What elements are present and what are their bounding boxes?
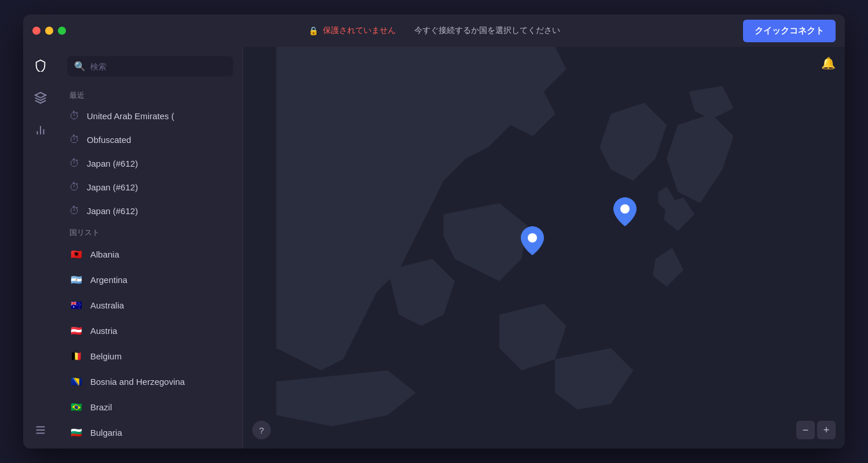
country-name-belgium: Belgium — [90, 351, 122, 361]
country-name-brazil: Brazil — [90, 402, 112, 412]
list-item[interactable]: 🇦🇺 Australia — [58, 292, 242, 318]
maximize-button[interactable] — [58, 27, 66, 35]
search-bar: 🔍 — [58, 47, 242, 81]
recent-item[interactable]: ⏱ Japan (#612) — [58, 152, 242, 175]
sidebar-item-settings[interactable] — [31, 421, 50, 439]
traffic-lights — [32, 27, 66, 35]
list-item[interactable]: 🇦🇷 Argentina — [58, 267, 242, 292]
recent-item[interactable]: ⏱ Japan (#612) — [58, 175, 242, 199]
status-text: 保護されていません — [323, 25, 396, 36]
sidebar-item-shield[interactable] — [31, 56, 50, 75]
recent-item[interactable]: ⏱ Japan (#612) — [58, 199, 242, 223]
country-list-section-header: 国リスト — [58, 223, 242, 241]
list-item[interactable]: 🇧🇬 Bulgaria — [58, 420, 242, 445]
minimize-button[interactable] — [45, 27, 53, 35]
help-button[interactable]: ? — [252, 421, 271, 439]
recent-item[interactable]: ⏱ United Arab Emirates ( — [58, 104, 242, 128]
country-name-albania: Albania — [90, 249, 119, 259]
flag-austria: 🇦🇹 — [69, 324, 83, 337]
recent-country-name: Japan (#612) — [87, 182, 138, 192]
clock-icon: ⏱ — [69, 110, 80, 122]
recent-section-header: 最近 — [58, 86, 242, 104]
titlebar-center: 🔒 保護されていません 今すぐ接続するか国を選択してください — [308, 25, 560, 36]
main-content: 🔍 最近 ⏱ United Arab Emirates ( ⏱ Obfuscat… — [23, 47, 845, 449]
page-title: 今すぐ接続するか国を選択してください — [414, 25, 560, 36]
list-item[interactable]: 🇧🇪 Belgium — [58, 343, 242, 369]
flag-argentina: 🇦🇷 — [69, 273, 83, 286]
list-item[interactable]: 🇧🇦 Bosnia and Herzegovina — [58, 369, 242, 394]
country-list: 最近 ⏱ United Arab Emirates ( ⏱ Obfuscated… — [58, 81, 242, 449]
map-area: 🔔 ? − + — [243, 47, 845, 449]
sidebar-item-layers[interactable] — [31, 89, 50, 107]
close-button[interactable] — [32, 27, 41, 35]
flag-brazil: 🇧🇷 — [69, 400, 83, 414]
lock-icon: 🔒 — [308, 26, 318, 35]
flag-albania: 🇦🇱 — [69, 247, 83, 261]
list-item[interactable]: 🇧🇷 Brazil — [58, 394, 242, 420]
map-controls: − + — [796, 421, 836, 439]
titlebar: 🔒 保護されていません 今すぐ接続するか国を選択してください クイックコネクト — [23, 14, 845, 47]
flag-belgium: 🇧🇪 — [69, 349, 83, 363]
flag-bulgaria: 🇧🇬 — [69, 425, 83, 439]
search-icon: 🔍 — [74, 61, 86, 72]
world-map — [243, 47, 845, 449]
svg-marker-0 — [35, 93, 46, 98]
recent-item[interactable]: ⏱ Obfuscated — [58, 128, 242, 152]
quick-connect-button[interactable]: クイックコネクト — [743, 20, 836, 42]
sidebar-item-stats[interactable] — [31, 121, 50, 139]
country-name-argentina: Argentina — [90, 275, 127, 285]
search-input[interactable] — [90, 62, 226, 71]
svg-point-8 — [528, 233, 537, 242]
map-pin-1 — [521, 226, 544, 255]
clock-icon: ⏱ — [69, 157, 80, 170]
list-item[interactable]: 🇨🇦 Canada — [58, 445, 242, 449]
clock-icon: ⏱ — [69, 205, 80, 217]
recent-country-name: Japan (#612) — [87, 206, 138, 216]
clock-icon: ⏱ — [69, 181, 80, 193]
flag-bosnia: 🇧🇦 — [69, 374, 83, 388]
country-name-australia: Australia — [90, 300, 124, 310]
country-name-austria: Austria — [90, 326, 117, 336]
recent-country-name: Japan (#612) — [87, 159, 138, 168]
zoom-out-button[interactable]: − — [796, 421, 815, 439]
zoom-in-button[interactable]: + — [817, 421, 836, 439]
list-item[interactable]: 🇦🇹 Austria — [58, 318, 242, 343]
recent-country-name: United Arab Emirates ( — [87, 111, 174, 121]
search-wrapper[interactable]: 🔍 — [67, 56, 233, 76]
list-item[interactable]: 🇦🇱 Albania — [58, 241, 242, 267]
clock-icon: ⏱ — [69, 134, 80, 146]
sidebar-icons — [23, 47, 58, 449]
svg-point-9 — [620, 204, 630, 214]
country-panel: 🔍 最近 ⏱ United Arab Emirates ( ⏱ Obfuscat… — [58, 47, 243, 449]
app-window: 🔒 保護されていません 今すぐ接続するか国を選択してください クイックコネクト — [23, 14, 845, 449]
recent-country-name: Obfuscated — [87, 135, 131, 145]
map-pin-2 — [613, 197, 637, 226]
flag-australia: 🇦🇺 — [69, 298, 83, 312]
country-name-bulgaria: Bulgaria — [90, 428, 122, 438]
country-name-bosnia: Bosnia and Herzegovina — [90, 377, 185, 387]
bell-icon[interactable]: 🔔 — [821, 56, 836, 70]
